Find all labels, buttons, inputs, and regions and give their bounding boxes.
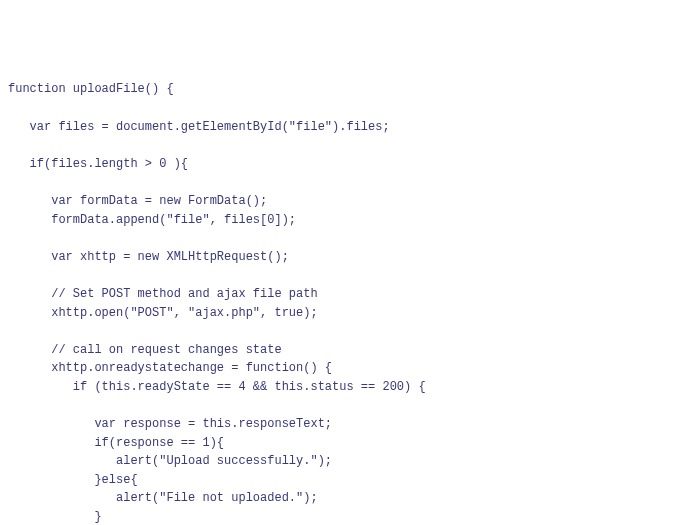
code-block: function uploadFile() { var files = docu… [8,80,673,525]
